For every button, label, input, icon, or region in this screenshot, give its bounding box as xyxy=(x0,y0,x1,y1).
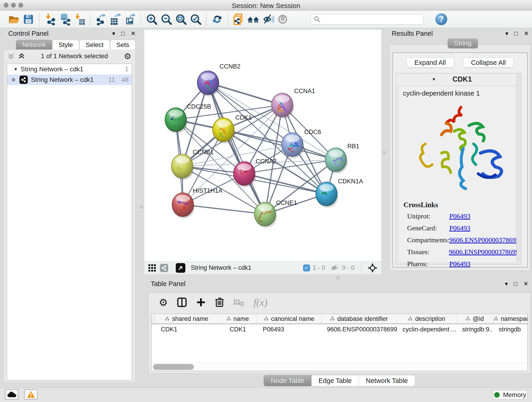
tab-node-table[interactable]: Node Table xyxy=(264,375,311,386)
panel-close-icon[interactable]: ✕ xyxy=(523,280,528,287)
import-table-button[interactable] xyxy=(72,12,87,27)
network-node-RB1[interactable]: RB1 xyxy=(325,143,360,173)
column-header-shared-name[interactable]: shared name xyxy=(155,314,218,324)
column-header-name[interactable]: name xyxy=(218,314,257,324)
string-results-container: Expand All Collapse All ▾ CDK1 cyclin-de… xyxy=(389,45,531,271)
tree-expand-icon[interactable]: ▾ xyxy=(14,66,17,72)
table-cell[interactable]: CDK1 xyxy=(218,324,257,335)
crosslink-link[interactable]: P06493 xyxy=(449,260,470,268)
home-button[interactable] xyxy=(246,12,261,27)
network-node-CCNA1[interactable]: CCNA1 xyxy=(272,88,315,119)
collapse-all-button[interactable]: Collapse All xyxy=(463,57,514,68)
right-splitter-handle[interactable] xyxy=(383,151,386,154)
panel-float-icon[interactable]: □ xyxy=(514,30,518,37)
hscrollbar-thumb[interactable] xyxy=(153,364,194,370)
delete-column-icon[interactable] xyxy=(215,297,224,307)
network-node-CCNE1[interactable]: CCNE1 xyxy=(254,199,297,228)
tab-network-table[interactable]: Network Table xyxy=(359,375,415,386)
protein-name: CDK1 xyxy=(452,75,472,83)
network-node-CCNB2[interactable]: CCNB2 xyxy=(197,63,241,96)
duplicate-network-button[interactable] xyxy=(231,12,246,27)
network-edge-HIST1H1A-CCNE1[interactable] xyxy=(183,205,265,214)
table-hscrollbar[interactable] xyxy=(152,363,527,371)
network-edge-CCNB2-CCNE1[interactable] xyxy=(208,83,265,214)
table-cell[interactable]: CDK1 xyxy=(155,324,218,335)
help-button[interactable]: ? xyxy=(435,13,447,25)
tab-style[interactable]: Style xyxy=(52,40,79,50)
export-network-button[interactable] xyxy=(94,12,108,27)
crosslinks-section: CrossLinks Uniprot:P06493GeneCard:P06493… xyxy=(398,201,519,268)
zoom-out-button[interactable] xyxy=(159,12,174,27)
import-network-button[interactable] xyxy=(43,12,57,27)
tab-sets[interactable]: Sets xyxy=(110,40,135,50)
panel-close-icon[interactable]: ✕ xyxy=(131,30,136,37)
table-row[interactable]: CDK1CDK1P064939606.ENSP00000378699cyclin… xyxy=(152,324,527,335)
crosslink-link[interactable]: P06493 xyxy=(449,212,470,220)
network-view[interactable]: CCNB2CCNA1CDC25BCDK1CDC6RB1CCNB1CCNA2CDK… xyxy=(144,30,381,274)
network-row[interactable]: String Network – cdk1 11 48 xyxy=(7,75,132,85)
panel-menu-icon[interactable]: ▾ xyxy=(505,280,508,287)
show-columns-icon[interactable] xyxy=(177,297,187,307)
table-cell[interactable]: stringdb xyxy=(493,324,528,335)
export-table-button[interactable] xyxy=(108,12,123,27)
column-header-description[interactable]: description xyxy=(397,314,457,324)
section-collapse-icon[interactable]: ▾ xyxy=(433,76,435,82)
import-network-from-database-button[interactable] xyxy=(57,12,72,27)
network-collection-row[interactable]: ▾ String Network – cdk1 1 xyxy=(7,64,132,75)
network-node-HIST1H1A[interactable]: HIST1H1A xyxy=(172,187,222,218)
network-node-CCNB1[interactable]: CCNB1 xyxy=(171,149,214,180)
panel-float-icon[interactable]: □ xyxy=(121,30,125,37)
expand-all-button[interactable]: Expand All xyxy=(406,57,454,68)
collapse-all-icon[interactable] xyxy=(7,53,14,60)
table-cell[interactable]: 9606.ENSP00000378699 xyxy=(322,324,397,335)
warnings-button[interactable] xyxy=(24,389,38,400)
table-cell[interactable]: P06493 xyxy=(257,324,322,335)
network-share-icon[interactable] xyxy=(160,264,168,272)
bottom-splitter-handle[interactable] xyxy=(336,276,339,279)
export-image-button[interactable] xyxy=(123,12,138,27)
zoom-selected-button[interactable] xyxy=(188,12,203,27)
table-cell[interactable]: stringdb:9... xyxy=(457,324,493,335)
crosslink-link[interactable]: 9606.ENSP00000378699 xyxy=(449,248,519,256)
panel-menu-icon[interactable]: ▾ xyxy=(112,30,115,37)
crosslink-link[interactable]: P06493 xyxy=(449,224,470,232)
network-node-CDK1[interactable]: CDK1 xyxy=(213,114,252,143)
expand-all-icon[interactable] xyxy=(18,53,25,60)
search-input[interactable] xyxy=(321,16,417,23)
add-column-icon[interactable] xyxy=(196,298,206,307)
tab-select[interactable]: Select xyxy=(80,40,110,50)
hide-selected-button[interactable] xyxy=(261,12,275,27)
table-cell[interactable]: cyclin-dependent ... xyxy=(397,324,457,335)
column-header-canonical-name[interactable]: canonical name xyxy=(257,314,322,324)
panel-float-icon[interactable]: □ xyxy=(514,280,517,287)
save-session-button[interactable] xyxy=(21,12,36,27)
cloud-button[interactable] xyxy=(5,389,18,400)
refresh-button[interactable] xyxy=(210,12,225,27)
tab-edge-table[interactable]: Edge Table xyxy=(311,375,359,386)
network-node-CDKN1A[interactable]: CDKN1A xyxy=(316,178,363,208)
crosslink-link[interactable]: 9606.ENSP00000378699 xyxy=(449,236,519,244)
column-header-@id[interactable]: @id xyxy=(457,314,493,324)
node-label-CDC25B: CDC25B xyxy=(187,103,211,110)
tab-network[interactable]: Network xyxy=(16,40,52,50)
panel-close-icon[interactable]: ✕ xyxy=(524,30,529,37)
tab-string[interactable]: String xyxy=(448,38,478,48)
table-options-gear-icon[interactable]: ⚙ xyxy=(159,297,168,308)
open-in-window-icon[interactable] xyxy=(176,263,185,273)
open-session-button[interactable] xyxy=(6,12,21,27)
zoom-in-button[interactable] xyxy=(144,12,159,27)
results-scrollbar[interactable] xyxy=(516,74,520,264)
column-header-database-identifier[interactable]: database identifier xyxy=(322,314,397,324)
network-options-gear-icon[interactable]: ⚙ xyxy=(124,51,131,61)
network-canvas[interactable]: CCNB2CCNA1CDC25BCDK1CDC6RB1CCNB1CCNA2CDK… xyxy=(144,30,381,261)
selected-checkbox-icon[interactable]: ✓ xyxy=(303,264,310,271)
memory-button[interactable]: Memory xyxy=(493,390,527,400)
zoom-fit-button[interactable] xyxy=(174,12,188,27)
show-hidden-button[interactable] xyxy=(275,12,290,27)
fit-content-crosshair-icon[interactable] xyxy=(367,263,378,273)
birds-eye-grid-icon[interactable] xyxy=(148,264,156,272)
panel-menu-icon[interactable]: ▾ xyxy=(505,30,508,37)
left-splitter-handle[interactable] xyxy=(140,206,143,209)
protein-description: cyclin-dependent kinase 1 xyxy=(398,86,519,97)
column-header-namespace[interactable]: namespace xyxy=(493,314,528,324)
